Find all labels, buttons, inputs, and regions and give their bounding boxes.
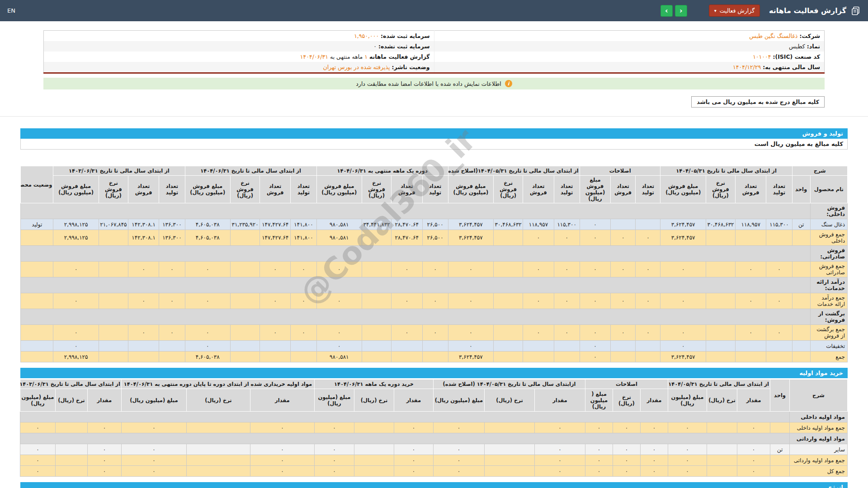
column-header: مبلغ (میلیون ریال) bbox=[314, 389, 354, 412]
table-cell bbox=[21, 341, 53, 352]
table-cell: ۰ bbox=[87, 455, 121, 466]
table-cell: ۳,۶۲۴,۴۵۷ bbox=[660, 352, 706, 362]
fiscal-year-end-value: ۱۴۰۴/۱۲/۲۹ bbox=[733, 64, 761, 70]
table-cell: ۰ bbox=[53, 325, 99, 341]
table-cell: ۰ bbox=[422, 325, 448, 341]
info-row: سال مالی منتهی به: ۱۴۰۴/۱۲/۲۹ وضعیت ناشر… bbox=[44, 62, 825, 73]
table-cell: ۰ bbox=[185, 262, 230, 277]
table-cell bbox=[362, 352, 392, 362]
row-label: جمع فروش صادراتی bbox=[810, 262, 847, 277]
table-cell: ۲۸,۴۷۰.۶۴ bbox=[392, 219, 422, 230]
table-cell: ۳۰,۴۶۸,۶۳۲ bbox=[706, 219, 735, 230]
table-cell: ۰ bbox=[433, 444, 484, 455]
table-cell bbox=[494, 352, 523, 362]
table-cell: ۰ bbox=[668, 422, 707, 433]
table-cell bbox=[354, 466, 394, 477]
report-type-button[interactable]: گزارش فعالیت ▾ bbox=[709, 5, 760, 17]
table-cell: ۰ bbox=[185, 341, 230, 352]
column-header: دوره یک ماهه منتهی به ۱۴۰۴/۰۶/۳۱ bbox=[316, 166, 448, 176]
table-cell bbox=[611, 219, 636, 230]
row-label: فروش داخلی: bbox=[810, 203, 847, 219]
table-cell: ۰ bbox=[640, 444, 668, 455]
table-cell: ۰ bbox=[736, 293, 766, 309]
field-label: سال مالی منتهی به: bbox=[763, 64, 820, 70]
table-cell: ۰ bbox=[128, 262, 159, 277]
registered-capital-value: ۱,۹۵۰,۰۰۰ bbox=[354, 33, 379, 39]
table-cell bbox=[99, 293, 128, 309]
section-row: مواد اولیه داخلی bbox=[20, 412, 847, 422]
info-row: کد صنعت (ISIC): ۱۰۱۰۰۴ گزارش فعالیت ماها… bbox=[44, 52, 825, 62]
table-cell bbox=[484, 422, 534, 433]
table-cell: ۱۳۶,۳۰۰ bbox=[159, 219, 185, 230]
table-cell bbox=[230, 262, 259, 277]
table-cell: ۰ bbox=[121, 422, 186, 433]
info-row: شرکت: ذغالسنگ نگین طبس سرمایه ثبت شده: ۱… bbox=[44, 31, 825, 42]
table-cell bbox=[484, 466, 534, 477]
info-cell: شرکت: ذغالسنگ نگین طبس bbox=[434, 31, 825, 42]
ticker-symbol: کطبس bbox=[789, 43, 805, 50]
production-sales-table: شرحاز ابتدای سال مالی تا تاریخ ۱۴۰۴/۰۵/۳… bbox=[20, 166, 848, 362]
column-header: نرخ فروش (ریال) bbox=[706, 176, 735, 203]
table-cell: ۰ bbox=[640, 455, 668, 466]
column-header: مبلغ فروش (میلیون ریال) bbox=[53, 176, 99, 203]
clipboard-icon[interactable] bbox=[851, 6, 861, 16]
table-cell: ۰ bbox=[523, 325, 554, 341]
table-cell bbox=[230, 293, 259, 309]
column-header: تعداد فروش bbox=[392, 176, 422, 203]
row-label: سایر bbox=[790, 444, 848, 455]
amounts-note-row: کلیه مبالغ به میلیون ریال است bbox=[20, 139, 848, 150]
table-cell: ۰ bbox=[636, 262, 660, 277]
info-cell: سال مالی منتهی به: ۱۴۰۴/۱۲/۲۹ bbox=[434, 62, 825, 73]
column-header: تعداد فروش bbox=[611, 176, 636, 203]
table-cell bbox=[494, 262, 523, 277]
table-cell: ۰ bbox=[660, 341, 706, 352]
table-cell: ۰ bbox=[159, 262, 185, 277]
table-cell: ۰ bbox=[737, 466, 770, 477]
table-row: سایرتن۰۰۰۰۰۰۰۰۰۰۰۰۰ bbox=[20, 444, 847, 455]
table-cell: ۰ bbox=[433, 422, 484, 433]
report-type-label: گزارش فعالیت bbox=[720, 7, 755, 14]
row-label: برگشت از فروش: bbox=[810, 309, 847, 325]
table-row: جمع فروش داخلی۳,۶۲۴,۴۵۷۰۰۰۰۰۳,۶۲۴,۴۵۷۲۶,… bbox=[21, 230, 848, 246]
table-cell: ۱۴۱,۸۰۰ bbox=[291, 230, 316, 246]
table-cell: ۰ bbox=[394, 455, 433, 466]
table-cell: ۰ bbox=[736, 262, 766, 277]
section-row: فروش صادراتی: bbox=[21, 246, 848, 262]
table-cell: ۰ bbox=[534, 455, 585, 466]
table-cell: ۲,۹۹۸,۱۲۵ bbox=[53, 230, 99, 246]
table-cell bbox=[260, 341, 291, 352]
table-cell: ۰ bbox=[316, 262, 362, 277]
company-name-link[interactable]: ذغالسنگ نگین طبس bbox=[749, 33, 797, 39]
table-cell: ۰ bbox=[260, 325, 291, 341]
table-row: جمع مواد اولیه وارداتی۰۰۰۰۰۰۰۰۰۰۰۰۰ bbox=[20, 455, 847, 466]
column-header: مقدار bbox=[640, 389, 668, 412]
table-cell: ۰ bbox=[159, 293, 185, 309]
column-header: تعداد تولید bbox=[766, 176, 792, 203]
table-cell: ۰ bbox=[523, 293, 554, 309]
table-cell: ۰ bbox=[20, 422, 55, 433]
table-cell: ۰ bbox=[392, 262, 422, 277]
table-cell bbox=[186, 444, 250, 455]
table-cell: ۰ bbox=[20, 466, 55, 477]
previous-report-button[interactable]: ‹ bbox=[660, 5, 673, 17]
table-cell: ۱۳۶,۳۰۰ bbox=[159, 230, 185, 246]
table-cell: ۰ bbox=[314, 444, 354, 455]
table-cell bbox=[354, 455, 394, 466]
table-cell bbox=[362, 230, 392, 246]
table-cell bbox=[230, 352, 259, 362]
column-header: از ابتدای سال مالی تا تاریخ ۱۴۰۴/۰۵/۳۱ bbox=[668, 380, 770, 389]
info-cell: کد صنعت (ISIC): ۱۰۱۰۰۴ bbox=[434, 52, 825, 62]
table-cell bbox=[55, 455, 87, 466]
table-row: جمع مواد اولیه داخلی۰۰۰۰۰۰۰۰۰۰۰۰۰ bbox=[20, 422, 847, 433]
language-toggle[interactable]: EN bbox=[7, 7, 15, 14]
column-header: نرخ فروش (ریال) bbox=[99, 176, 128, 203]
table-cell bbox=[554, 341, 580, 352]
report-pager: ‹ › bbox=[660, 5, 687, 17]
materials-purchase-table: شرحواحداز ابتدای سال مالی تا تاریخ ۱۴۰۴/… bbox=[20, 379, 848, 477]
next-report-button[interactable]: › bbox=[675, 5, 687, 17]
table-cell bbox=[291, 352, 316, 362]
table-cell: ۰ bbox=[554, 325, 580, 341]
table-cell: ۰ bbox=[260, 293, 291, 309]
table-cell bbox=[611, 341, 636, 352]
column-header: از ابتدای سال مالی تا تاریخ ۱۴۰۴/۰۵/۳۱ bbox=[660, 166, 792, 176]
